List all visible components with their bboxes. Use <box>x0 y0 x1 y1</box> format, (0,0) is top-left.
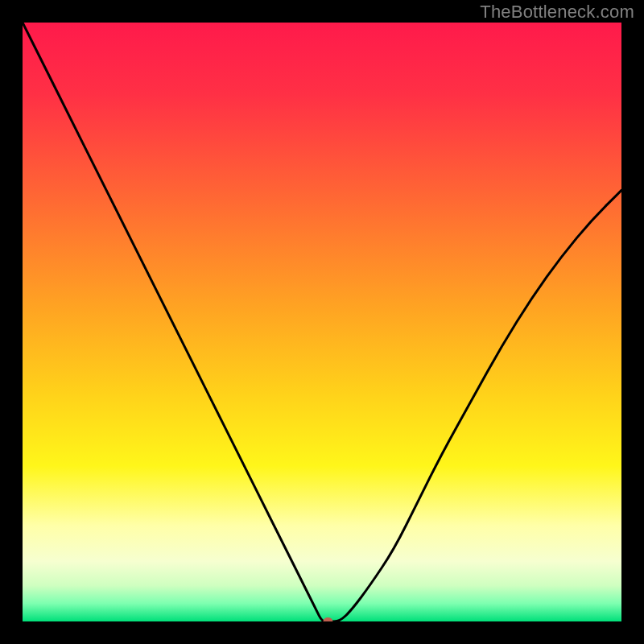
watermark-text: TheBottleneck.com <box>480 2 634 23</box>
gradient-background <box>23 23 621 621</box>
chart-container: TheBottleneck.com <box>0 0 644 644</box>
plot-area <box>23 23 621 621</box>
chart-svg <box>23 23 621 621</box>
